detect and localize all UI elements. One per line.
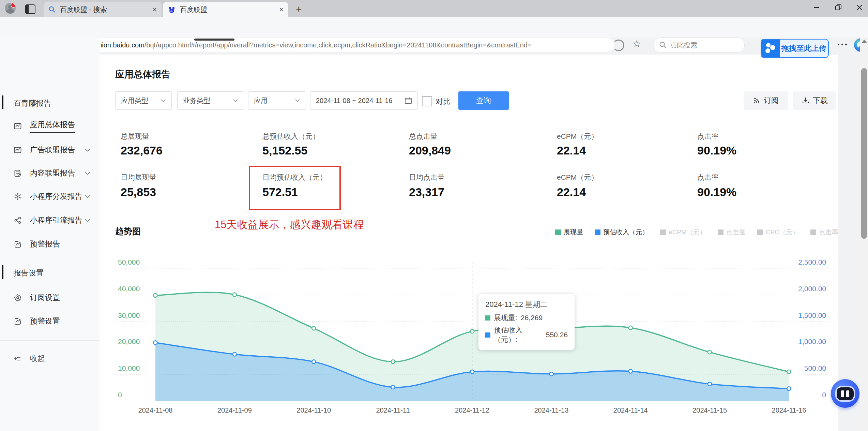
tab-title: 百度联盟 - 搜索 — [60, 5, 149, 14]
scrollbar-thumb[interactable] — [861, 68, 867, 239]
legend-item-click[interactable]: 点击量 — [718, 228, 746, 237]
sidebar-item-miniapp-traffic-report[interactable]: 小程序引流报告 — [0, 208, 100, 232]
reader-mode-icon[interactable] — [613, 40, 624, 51]
upload-badge-label: 拖拽至此上传 — [781, 43, 826, 54]
stat-label: 点击率 — [697, 132, 719, 141]
tooltip-label: 展现量: — [494, 313, 517, 323]
new-tab-button[interactable]: + — [296, 3, 302, 15]
netdisk-upload-badge[interactable]: 拖拽至此上传 — [761, 39, 829, 58]
download-button[interactable]: 下载 — [793, 91, 836, 110]
svg-text:2024-11-14: 2024-11-14 — [613, 406, 648, 414]
trend-chart[interactable]: 0010,000500.0020,0001,000.0030,0001,500.… — [102, 252, 838, 419]
svg-text:2024-11-15: 2024-11-15 — [692, 406, 727, 414]
biz-type-select[interactable]: 业务类型 — [177, 91, 244, 110]
browser-tab-search[interactable]: 百度联盟 - 搜索 × — [44, 2, 162, 17]
browser-titlebar: 百度联盟 - 搜索 × du 百度联盟 × + — [0, 0, 868, 17]
tooltip-title: 2024-11-12 星期二 — [485, 299, 568, 310]
sidebar-collapse-button[interactable]: 收起 — [0, 347, 100, 371]
gear-icon — [14, 294, 22, 302]
legend-swatch — [810, 229, 816, 235]
tab-close-icon[interactable]: × — [152, 5, 157, 14]
legend-item-view[interactable]: 展现量 — [555, 228, 583, 237]
stat-value: 90.19% — [697, 144, 736, 157]
calendar-icon — [405, 97, 412, 104]
legend-item-cpc[interactable]: CPC（元） — [757, 228, 799, 237]
svg-text:2024-11-08: 2024-11-08 — [138, 406, 173, 414]
app-value: 应用 — [254, 96, 268, 105]
sidebar-item-subscribe-settings[interactable]: 订阅设置 — [0, 286, 100, 310]
legend-item-ctr[interactable]: 点击率 — [810, 228, 838, 237]
distribution-network-icon — [14, 192, 22, 200]
profile-avatar[interactable] — [5, 3, 16, 14]
chevron-down-icon — [85, 148, 91, 152]
svg-text:2,000.00: 2,000.00 — [798, 285, 826, 293]
sidebar-item-ad-union-report[interactable]: 广告联盟报告 — [0, 138, 100, 162]
compare-checkbox[interactable] — [422, 96, 432, 106]
sidebar-item-content-union-report[interactable]: 内容联盟报告 — [0, 161, 100, 185]
sidebar-item-label: 应用总体报告 — [30, 120, 75, 133]
search-placeholder: 点此搜索 — [670, 41, 697, 50]
svg-text:2024-11-13: 2024-11-13 — [534, 406, 568, 414]
chart-title: 趋势图 — [115, 226, 141, 237]
alert-report-icon — [14, 317, 22, 325]
floating-assistant-button[interactable] — [831, 379, 859, 408]
report-chart-icon — [14, 122, 22, 130]
sidebar-item-alert-report[interactable]: 预警报告 — [0, 232, 100, 256]
date-range-picker[interactable]: 2024-11-08 ~ 2024-11-16 — [310, 91, 418, 110]
sidebar-item-label: 内容联盟报告 — [30, 168, 75, 178]
legend-item-income[interactable]: 预估收入（元） — [595, 228, 649, 237]
scrollbar-up-arrow[interactable] — [862, 40, 867, 43]
sidebar: 百青藤报告 应用总体报告 广告联盟报告 内容联盟报告 — [0, 38, 100, 431]
collapse-arrow-icon — [14, 355, 22, 363]
stat-value: 25,853 — [121, 185, 156, 199]
sidebar-item-label: 订阅设置 — [30, 293, 60, 303]
address-bar[interactable]: https://union.baidu.com/bqt/appco.html#/… — [55, 38, 615, 52]
window-minimize-button[interactable] — [807, 0, 826, 15]
legend-item-ecpm[interactable]: eCPM（元） — [660, 228, 706, 237]
browser-tab-baidu-union[interactable]: du 百度联盟 × — [163, 2, 288, 17]
sidebar-item-app-overall-report[interactable]: 应用总体报告 — [0, 114, 100, 138]
sidebar-item-alert-settings[interactable]: 预警设置 — [0, 309, 100, 333]
stat-label: 总展现量 — [121, 132, 149, 141]
svg-text:2024-11-10: 2024-11-10 — [296, 406, 331, 414]
tab-close-icon[interactable]: × — [279, 5, 284, 14]
app-type-select[interactable]: 应用类型 — [115, 91, 172, 110]
share-nodes-icon — [14, 216, 22, 224]
tab-search-icon[interactable] — [25, 4, 35, 14]
download-icon — [802, 97, 809, 104]
stat-value: 5,152.55 — [262, 144, 307, 157]
window-close-button[interactable] — [850, 0, 868, 15]
legend-swatch — [718, 229, 724, 235]
tooltip-swatch — [485, 332, 490, 338]
baidu-favicon-icon: du — [168, 5, 176, 14]
svg-text:40,000: 40,000 — [118, 285, 140, 293]
chevron-down-icon — [233, 99, 238, 102]
svg-text:20,000: 20,000 — [118, 338, 140, 345]
window-restore-button[interactable] — [829, 0, 848, 15]
chart-tooltip: 2024-11-12 星期二 展现量: 26,269 预估收入（元）: 550.… — [478, 294, 575, 350]
sidebar-item-label: 收起 — [30, 354, 45, 364]
chevron-down-icon — [161, 99, 166, 102]
quick-search-box[interactable]: 点此搜索 — [653, 38, 745, 53]
alert-report-icon — [14, 240, 22, 248]
chevron-down-icon — [85, 218, 91, 222]
chart-legend: 展现量 预估收入（元） eCPM（元） 点击量 CPC（元） 点击率 — [555, 228, 838, 237]
subscribe-button[interactable]: 订阅 — [744, 91, 788, 110]
legend-swatch — [660, 229, 666, 235]
stat-label: 总点击量 — [409, 132, 438, 141]
app-select[interactable]: 应用 — [248, 91, 306, 110]
svg-text:2024-11-11: 2024-11-11 — [376, 406, 410, 414]
query-button[interactable]: 查询 — [458, 91, 509, 110]
svg-text:1,500.00: 1,500.00 — [798, 311, 826, 319]
browser-menu-icon[interactable] — [838, 44, 847, 45]
legend-swatch — [595, 229, 600, 235]
svg-text:1,000.00: 1,000.00 — [798, 338, 826, 345]
svg-text:0: 0 — [822, 391, 826, 399]
tooltip-swatch — [485, 315, 490, 321]
stat-label: eCPM（元） — [557, 173, 598, 182]
favorite-star-icon[interactable]: ☆ — [633, 38, 641, 49]
svg-text:2024-11-16: 2024-11-16 — [772, 406, 806, 414]
sidebar-item-label: 小程序分发报告 — [30, 191, 82, 202]
highlight-red-box — [249, 166, 341, 210]
sidebar-item-miniapp-distribution-report[interactable]: 小程序分发报告 — [0, 184, 100, 208]
